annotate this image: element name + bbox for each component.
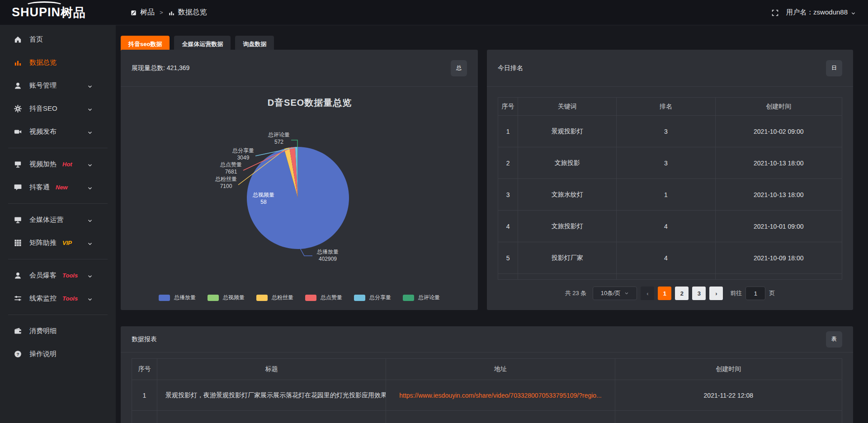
sidebar-item-douyin-seo[interactable]: 抖音SEO [0, 97, 116, 120]
breadcrumb: 树品 > 数据总览 [130, 8, 207, 17]
column-header: 地址 [386, 359, 615, 380]
sidebar-item-member[interactable]: 会员爆客Tools [0, 264, 116, 287]
legend-item[interactable]: 总视频量 [208, 294, 245, 301]
table-cell [386, 411, 615, 423]
cell-text: 5 [506, 254, 510, 262]
pie-label: 总视频量58 [253, 192, 274, 206]
table-cell: 文旅投影 [518, 147, 617, 179]
page-size-value: 10条/页 [601, 289, 621, 297]
sidebar-item-help[interactable]: ?操作说明 [0, 343, 116, 366]
table-cell [518, 274, 617, 280]
table-cell: 2021-10-13 18:00 [715, 179, 842, 211]
sidebar-item-label: 账号管理 [29, 81, 57, 90]
table-cell: 1 [498, 116, 518, 147]
table-cell [132, 411, 157, 423]
legend-label: 总评论量 [418, 294, 440, 301]
app-logo[interactable]: SHUPIN树品 [0, 0, 116, 25]
breadcrumb-root[interactable]: 树品 [130, 8, 155, 17]
pie-label-name: 总粉丝量 [215, 176, 237, 183]
sidebar-item-consume[interactable]: 消费明细 [0, 320, 116, 343]
username-label: 用户名：zswodun88 [786, 8, 848, 17]
pie-chart-area: D音SEO数据量总览 总播放量402909总视频量58总粉丝量7100总点赞量7… [121, 87, 478, 310]
sidebar-nav: 首页数据总览账号管理抖音SEO视频发布视频加热Hot抖客通New全媒体运营矩阵助… [0, 25, 116, 423]
cell-text: 4 [664, 223, 668, 230]
report-table: 序号标题地址创建时间1景观投影灯，夜游景观投影灯厂家展示展示落花灯在花园里的灯光… [132, 358, 842, 423]
sidebar-badge: New [56, 184, 68, 191]
breadcrumb-current[interactable]: 数据总览 [168, 8, 207, 17]
column-header: 标题 [157, 359, 386, 380]
chevron-down-icon [87, 185, 93, 191]
breadcrumb-separator: > [160, 9, 163, 16]
table-cell: 2021-10-01 09:00 [715, 211, 842, 242]
sidebar-item-heat[interactable]: 视频加热Hot [0, 153, 116, 176]
total-view-button[interactable]: 总 [451, 60, 467, 76]
legend-item[interactable]: 总点赞量 [305, 294, 342, 301]
sidebar-badge: VIP [62, 240, 72, 246]
table-cell: 文旅投影灯 [518, 211, 617, 242]
legend-swatch [256, 295, 268, 301]
sidebar-item-label: 首页 [29, 35, 43, 44]
page-button-1[interactable]: 1 [658, 287, 671, 300]
sidebar-item-label: 操作说明 [29, 350, 57, 358]
pie-chart[interactable] [121, 87, 478, 310]
table-row-partial [132, 411, 842, 423]
sidebar-item-label: 抖客通 [29, 183, 50, 192]
page-button-3[interactable]: 3 [692, 287, 706, 300]
rank-table: 序号关键词排名创建时间1景观投影灯32021-10-02 09:002文旅投影3… [498, 97, 842, 280]
cell-text: 文旅投影 [555, 159, 580, 166]
sidebar-item-publish[interactable]: 视频发布 [0, 120, 116, 143]
table-row: 4文旅投影灯42021-10-01 09:00 [498, 211, 842, 242]
logo-arc [25, 1, 63, 9]
daily-view-button[interactable]: 日 [826, 60, 842, 76]
cell-text: 1 [506, 128, 510, 135]
fullscreen-button[interactable] [771, 8, 779, 17]
cell-text: 文旅水纹灯 [552, 191, 583, 198]
sidebar-item-label: 线索监控 [29, 294, 57, 303]
pie-label-value: 3049 [232, 155, 254, 162]
breadcrumb-root-label: 树品 [140, 8, 155, 17]
cell-text: 4 [506, 223, 510, 230]
user-icon [14, 81, 22, 90]
fullscreen-icon [771, 9, 779, 17]
legend-item[interactable]: 总评论量 [403, 294, 440, 301]
legend-item[interactable]: 总播放量 [159, 294, 196, 301]
column-header: 关键词 [518, 98, 617, 116]
prev-page-button[interactable]: ‹ [641, 287, 654, 300]
sidebar-item-media[interactable]: 全媒体运营 [0, 208, 116, 231]
legend-item[interactable]: 总分享量 [354, 294, 391, 301]
report-link[interactable]: https://www.iesdouyin.com/share/video/70… [399, 392, 602, 399]
page-size-select[interactable]: 10条/页 [593, 287, 637, 300]
sidebar-item-home[interactable]: 首页 [0, 28, 116, 51]
sidebar-divider [8, 203, 108, 204]
table-view-button[interactable]: 表 [826, 331, 842, 348]
cell-text: 2021-11-22 12:08 [704, 392, 754, 399]
pie-label-line [291, 140, 297, 147]
legend-swatch [208, 295, 219, 301]
sidebar-item-matrix[interactable]: 矩阵助推VIP [0, 231, 116, 254]
impressions-total-label: 展现量总数: 421,369 [132, 64, 189, 72]
table-header-row: 序号关键词排名创建时间 [498, 98, 842, 116]
goto-page-input[interactable]: 1 [745, 287, 765, 300]
cell-text: 4 [664, 254, 668, 262]
sidebar-item-douketong[interactable]: 抖客通New [0, 176, 116, 199]
chevron-down-icon [87, 296, 93, 302]
table-cell: https://www.iesdouyin.com/share/video/70… [386, 380, 615, 411]
user-menu[interactable]: 用户名：zswodun88 [786, 8, 856, 17]
table-cell: 3 [617, 147, 715, 179]
table-cell: 2 [498, 147, 518, 179]
page-button-2[interactable]: 2 [675, 287, 689, 300]
sidebar-item-overview[interactable]: 数据总览 [0, 51, 116, 74]
chevron-down-icon [624, 291, 629, 296]
table-cell: 景观投影灯 [518, 116, 617, 147]
cell-text: 2021-10-13 18:00 [754, 160, 804, 167]
sidebar-item-account[interactable]: 账号管理 [0, 74, 116, 97]
chevron-down-icon [87, 162, 93, 168]
app-square-icon [130, 9, 137, 16]
table-row: 3文旅水纹灯12021-10-13 18:00 [498, 179, 842, 211]
next-page-button[interactable]: › [709, 287, 723, 300]
sidebar-item-label: 全媒体运营 [29, 216, 63, 224]
svg-text:?: ? [16, 352, 19, 357]
sidebar-item-label: 会员爆客 [29, 271, 57, 280]
legend-item[interactable]: 总粉丝量 [256, 294, 293, 301]
sidebar-item-clue[interactable]: 线索监控Tools [0, 287, 116, 310]
